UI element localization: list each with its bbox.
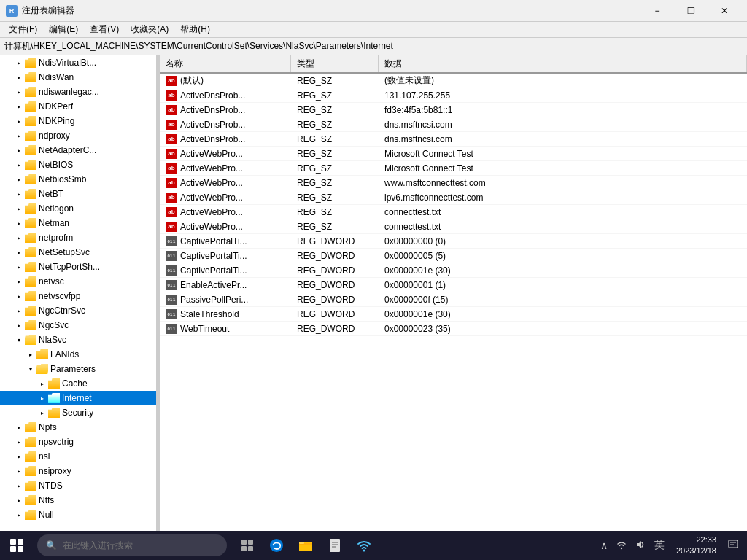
menu-help[interactable]: 帮助(H) <box>174 22 216 37</box>
lang-button[interactable]: 英 <box>651 537 667 553</box>
tree-item-Npfs[interactable]: Npfs <box>0 420 156 435</box>
expand-arrow-Null[interactable] <box>15 510 23 519</box>
tree-item-NetTcpPortSh[interactable]: NetTcpPortSh... <box>0 260 156 274</box>
expand-arrow-netprofm[interactable] <box>15 233 23 242</box>
tree-item-Ntfs[interactable]: Ntfs <box>0 493 156 508</box>
expand-arrow-NetSetupSvc[interactable] <box>15 248 23 257</box>
expand-arrow-NgcSvc[interactable] <box>15 321 23 330</box>
table-row[interactable]: abActiveDnsProb...REG_SZdns.msftncsi.com <box>160 117 747 132</box>
table-row[interactable]: abActiveWebPro...REG_SZwww.msftconnectte… <box>160 176 747 190</box>
expand-arrow-NDKPerf[interactable] <box>15 102 23 111</box>
table-row[interactable]: ab(默认)REG_SZ(数值未设置) <box>160 74 747 88</box>
table-row[interactable]: abActiveWebPro...REG_SZconnecttest.txt <box>160 205 747 219</box>
search-bar[interactable]: 🔍 <box>37 534 227 556</box>
tree-item-NDKPerf[interactable]: NDKPerf <box>0 99 156 114</box>
tree-item-NetbiosSmb[interactable]: NetbiosSmb <box>0 172 156 187</box>
expand-arrow-Npfs[interactable] <box>15 423 23 432</box>
expand-arrow-NgcCtnrSvc[interactable] <box>15 306 23 315</box>
value-panel[interactable]: 名称 类型 数据 ab(默认)REG_SZ(数值未设置)abActiveDnsP… <box>160 55 747 531</box>
tree-item-nsi[interactable]: nsi <box>0 449 156 464</box>
table-row[interactable]: abActiveDnsProb...REG_SZdns.msftncsi.com <box>160 132 747 147</box>
tree-item-NgcSvc[interactable]: NgcSvc <box>0 318 156 332</box>
restore-button[interactable]: ❒ <box>674 0 708 22</box>
table-row[interactable]: 01 1CaptivePortalTi...REG_DWORD0x0000000… <box>160 234 747 249</box>
expand-arrow-netvscvfpp[interactable] <box>15 292 23 300</box>
expand-arrow-npsvctrig[interactable] <box>15 438 23 446</box>
tree-item-nsiproxy[interactable]: nsiproxy <box>0 464 156 478</box>
table-row[interactable]: abActiveWebPro...REG_SZMicrosoft Connect… <box>160 161 747 176</box>
expand-arrow-NDKPing[interactable] <box>15 117 23 125</box>
expand-arrow-NetBT[interactable] <box>15 190 23 198</box>
tree-item-netvscvfpp[interactable]: netvscvfpp <box>0 289 156 303</box>
tree-item-NdisVirtualB[interactable]: NdisVirtualBt... <box>0 55 156 70</box>
expand-arrow-ndiswanlegac[interactable] <box>15 88 23 96</box>
table-row[interactable]: abActiveWebPro...REG_SZconnecttest.txt <box>160 219 747 234</box>
tree-item-netprofm[interactable]: netprofm <box>0 230 156 245</box>
menu-file[interactable]: 文件(F) <box>3 22 43 37</box>
table-row[interactable]: abActiveWebPro...REG_SZipv6.msftconnectt… <box>160 190 747 205</box>
search-input[interactable] <box>63 540 194 551</box>
expand-arrow-NetAdapterC[interactable] <box>15 146 23 155</box>
col-header-type[interactable]: 类型 <box>291 55 379 72</box>
tree-item-NetAdapterC[interactable]: NetAdapterC... <box>0 143 156 158</box>
tray-up-arrow[interactable]: ∧ <box>597 538 611 553</box>
network-app-icon[interactable] <box>349 531 379 560</box>
expand-arrow-Ntfs[interactable] <box>15 496 23 505</box>
task-view-button[interactable] <box>233 531 262 560</box>
tree-item-Netlogon[interactable]: Netlogon <box>0 201 156 216</box>
table-row[interactable]: abActiveDnsProb...REG_SZfd3e:4f5a:5b81::… <box>160 103 747 117</box>
edge-app-icon[interactable] <box>262 531 291 560</box>
table-row[interactable]: 01 1StaleThresholdREG_DWORD0x0000001e (3… <box>160 307 747 322</box>
tree-item-netvsc[interactable]: netvsc <box>0 274 156 289</box>
tree-item-Parameters[interactable]: Parameters <box>0 362 156 376</box>
tree-item-Netman[interactable]: Netman <box>0 216 156 230</box>
expand-arrow-Internet[interactable] <box>38 394 47 402</box>
table-row[interactable]: abActiveWebPro...REG_SZMicrosoft Connect… <box>160 147 747 161</box>
tree-content[interactable]: NdisVirtualBt...NdisWanndiswanlegac...ND… <box>0 55 157 531</box>
tree-item-NTDS[interactable]: NTDS <box>0 478 156 493</box>
expand-arrow-NlaSvc[interactable] <box>15 335 23 344</box>
tree-item-npsvctrig[interactable]: npsvctrig <box>0 435 156 449</box>
notepad-icon[interactable] <box>320 531 349 560</box>
expand-arrow-Cache[interactable] <box>38 379 47 388</box>
expand-arrow-nsiproxy[interactable] <box>15 467 23 475</box>
table-row[interactable]: abActiveDnsProb...REG_SZ131.107.255.255 <box>160 88 747 103</box>
col-header-name[interactable]: 名称 <box>160 55 291 72</box>
tree-item-NetBIOS[interactable]: NetBIOS <box>0 158 156 172</box>
expand-arrow-LANIds[interactable] <box>26 350 35 359</box>
menu-favorites[interactable]: 收藏夹(A) <box>125 22 174 37</box>
expand-arrow-NetBIOS[interactable] <box>15 160 23 169</box>
tree-item-Security[interactable]: Security <box>0 405 156 420</box>
file-explorer-icon[interactable] <box>291 531 320 560</box>
tree-item-NetSetupSvc[interactable]: NetSetupSvc <box>0 245 156 260</box>
expand-arrow-Netlogon[interactable] <box>15 204 23 213</box>
tree-item-NetBT[interactable]: NetBT <box>0 187 156 201</box>
tree-item-ndiswanlegac[interactable]: ndiswanlegac... <box>0 85 156 99</box>
tree-item-Internet[interactable]: Internet <box>0 391 156 405</box>
tree-item-Null[interactable]: Null <box>0 508 156 522</box>
minimize-button[interactable]: − <box>640 0 674 22</box>
expand-arrow-NdisVirtualB[interactable] <box>15 58 23 67</box>
table-row[interactable]: 01 1CaptivePortalTi...REG_DWORD0x0000001… <box>160 263 747 278</box>
tree-item-NlaSvc[interactable]: NlaSvc <box>0 332 156 347</box>
tray-network-icon[interactable] <box>614 538 630 553</box>
expand-arrow-Netman[interactable] <box>15 219 23 228</box>
expand-arrow-Parameters[interactable] <box>26 365 35 373</box>
tree-item-NgcCtnrSvc[interactable]: NgcCtnrSvc <box>0 303 156 318</box>
tree-item-LANIds[interactable]: LANIds <box>0 347 156 362</box>
expand-arrow-ndproxy[interactable] <box>15 131 23 140</box>
expand-arrow-NetTcpPortSh[interactable] <box>15 262 23 271</box>
tray-sound-icon[interactable] <box>632 538 649 553</box>
table-row[interactable]: 01 1WebTimeoutREG_DWORD0x00000023 (35) <box>160 322 747 336</box>
table-row[interactable]: 01 1EnableActivePr...REG_DWORD0x00000001… <box>160 278 747 292</box>
clock[interactable]: 22:33 2023/12/18 <box>670 534 722 557</box>
tree-item-NdisWan[interactable]: NdisWan <box>0 70 156 85</box>
expand-arrow-Security[interactable] <box>38 408 47 417</box>
tree-item-NDKPing[interactable]: NDKPing <box>0 114 156 128</box>
start-button[interactable] <box>0 531 33 560</box>
notifications-icon[interactable] <box>725 538 741 553</box>
table-row[interactable]: 01 1CaptivePortalTi...REG_DWORD0x0000000… <box>160 249 747 263</box>
menu-edit[interactable]: 编辑(E) <box>43 22 84 37</box>
tree-item-ndproxy[interactable]: ndproxy <box>0 128 156 143</box>
expand-arrow-NTDS[interactable] <box>15 481 23 490</box>
